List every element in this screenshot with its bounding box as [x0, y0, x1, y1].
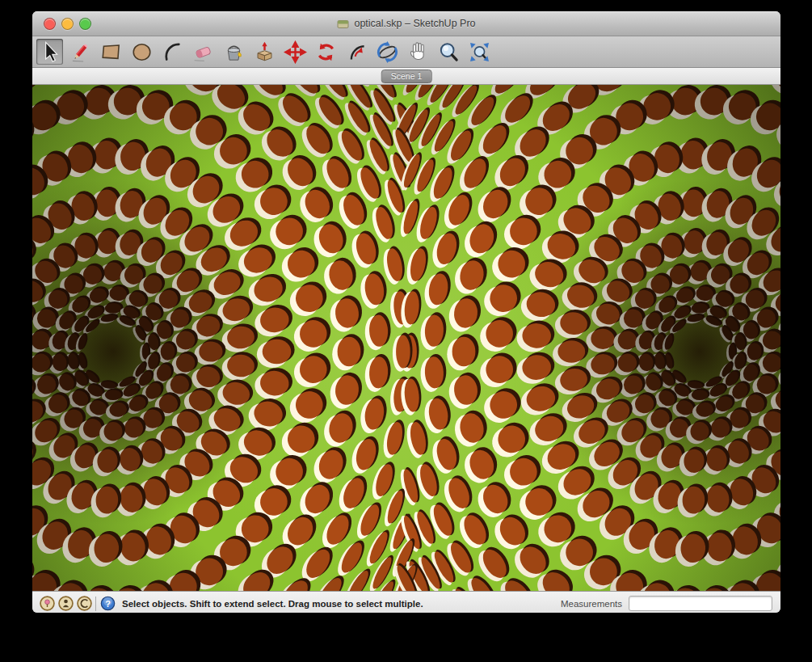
- tool-orbit-button[interactable]: [374, 39, 401, 65]
- tool-select-button[interactable]: [36, 39, 63, 65]
- title-bar[interactable]: optical.skp – SketchUp Pro: [32, 11, 780, 36]
- tool-push-pull-button[interactable]: [251, 39, 278, 65]
- document-icon: [337, 19, 349, 29]
- zoom-extents-icon: [468, 40, 491, 64]
- geolocate-icon: [40, 596, 55, 611]
- tool-circle-button[interactable]: [128, 39, 155, 65]
- rectangle-icon: [99, 40, 123, 64]
- help-button[interactable]: ?: [100, 596, 116, 611]
- tool-paint-bucket-button[interactable]: [221, 39, 247, 65]
- pan-icon: [406, 40, 430, 64]
- line-icon: [69, 40, 92, 64]
- person-icon: [58, 596, 74, 611]
- scene-tab[interactable]: Scene 1: [381, 70, 432, 83]
- toolbar: [32, 36, 780, 68]
- push-pull-icon: [253, 40, 276, 64]
- zoom-icon: [437, 40, 461, 64]
- move-icon: [284, 40, 307, 64]
- eraser-icon: [191, 40, 215, 64]
- tool-zoom-extents-button[interactable]: [466, 39, 493, 65]
- offset-icon: [345, 40, 368, 64]
- tool-zoom-button[interactable]: [435, 39, 462, 65]
- status-divider: [95, 597, 96, 611]
- tool-pan-button[interactable]: [405, 39, 431, 65]
- measurements-input[interactable]: [629, 596, 772, 611]
- tool-offset-button[interactable]: [343, 39, 370, 65]
- status-text: Select objects. Shift to extend select. …: [122, 599, 423, 609]
- orbit-icon: [376, 40, 399, 64]
- select-icon: [38, 40, 61, 64]
- tool-arc-button[interactable]: [159, 39, 186, 65]
- tool-rectangle-button[interactable]: [98, 39, 124, 65]
- arc-icon: [161, 40, 184, 64]
- status-bar: ? Select objects. Shift to extend select…: [32, 591, 780, 613]
- sketchup-window: optical.skp – SketchUp Pro Scene 1 ? Sel…: [32, 11, 780, 613]
- desktop-background: optical.skp – SketchUp Pro Scene 1 ? Sel…: [0, 0, 812, 662]
- illusion-image: [32, 85, 780, 591]
- circle-icon: [130, 40, 154, 64]
- person-button[interactable]: [57, 595, 74, 612]
- claim-icon: [77, 596, 92, 611]
- claim-button[interactable]: [76, 595, 93, 612]
- geolocate-button[interactable]: [39, 595, 56, 612]
- status-nav-icons: [39, 595, 93, 612]
- tool-rotate-button[interactable]: [313, 39, 339, 65]
- viewport-canvas[interactable]: [32, 85, 780, 591]
- svg-text:?: ?: [105, 599, 111, 609]
- tool-eraser-button[interactable]: [190, 39, 217, 65]
- tool-move-button[interactable]: [282, 39, 309, 65]
- tool-line-button[interactable]: [67, 39, 94, 65]
- scene-tab-bar: Scene 1: [32, 68, 780, 85]
- measurements-label: Measurements: [561, 599, 622, 609]
- rotate-icon: [314, 40, 338, 64]
- paint-bucket-icon: [222, 40, 246, 64]
- window-title: optical.skp – SketchUp Pro: [354, 18, 475, 29]
